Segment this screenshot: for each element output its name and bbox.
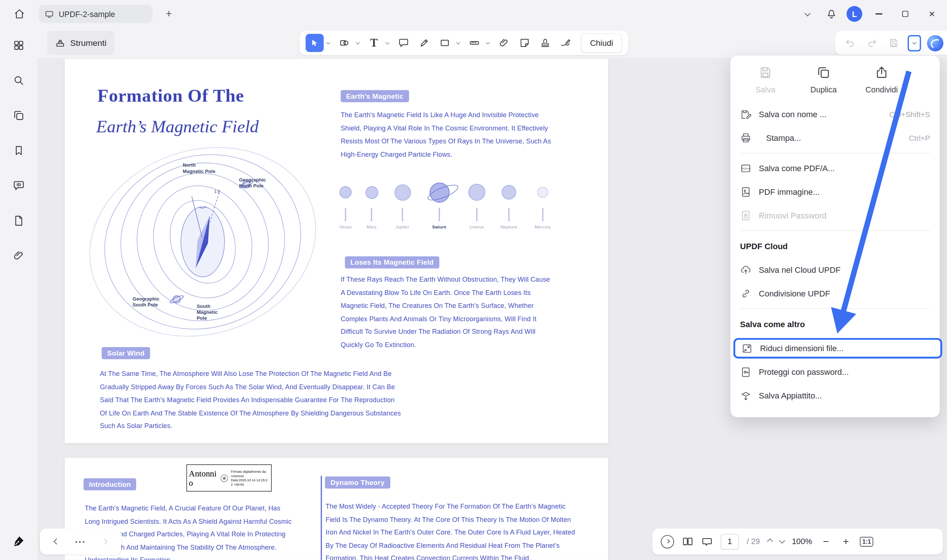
- expand-panel-button[interactable]: [661, 535, 674, 548]
- text-tool-chevron[interactable]: [384, 42, 391, 45]
- maximize-button[interactable]: [895, 5, 916, 23]
- sidebar-bookmark-button[interactable]: [9, 140, 29, 161]
- svg-text:PDF/A: PDF/A: [742, 167, 750, 171]
- file-icon: [12, 215, 25, 227]
- menu-item-salva-con-nome[interactable]: Salva con nome ... Ctrl+Shift+S: [730, 103, 939, 126]
- menu-item-riduci-dimensioni[interactable]: Riduci dimensioni file...: [734, 338, 942, 358]
- save-options-dropdown-trigger[interactable]: [908, 35, 921, 51]
- next-page-chevron[interactable]: [780, 539, 784, 543]
- signature-name: Antonnio: [189, 469, 218, 487]
- para-dynamo-theory: The Most Widely - Accepted Theory For Th…: [325, 500, 580, 560]
- minimize-button[interactable]: [868, 5, 889, 23]
- menu-item-salva-cloud[interactable]: Salva nel Cloud UPDF: [730, 258, 939, 282]
- strumenti-button[interactable]: Strumenti: [47, 31, 114, 55]
- sidebar-apps-button[interactable]: [9, 35, 29, 56]
- bookmark-icon: [12, 145, 25, 157]
- zoom-level-label[interactable]: 100%: [792, 537, 812, 546]
- redo-icon: [866, 37, 877, 48]
- pdf-image-icon: [740, 186, 752, 198]
- next-page-button[interactable]: [102, 539, 106, 543]
- close-button[interactable]: ×: [921, 5, 942, 23]
- status-bar: / 29 100% − + 1:1: [652, 529, 942, 554]
- home-icon: [13, 8, 26, 20]
- shape-tool-button[interactable]: [335, 34, 353, 52]
- menu-item-condivisione-updf[interactable]: Condivisione UPDF: [730, 282, 939, 305]
- stamp-tool-button[interactable]: [536, 34, 554, 52]
- select-tool-button[interactable]: [305, 34, 324, 52]
- left-sidebar: [0, 28, 37, 560]
- save-button[interactable]: [886, 35, 902, 51]
- printer-icon: [740, 132, 752, 144]
- page-number-input[interactable]: [720, 534, 739, 550]
- comment-tool-button[interactable]: [395, 34, 413, 52]
- rectangle-icon: [440, 37, 450, 48]
- toolbar: Strumenti T: [37, 28, 947, 58]
- planet-saturn: Saturn: [426, 181, 453, 229]
- menu-divider: [740, 153, 930, 154]
- menu-item-pdf-immagine[interactable]: PDF immagine...: [730, 180, 939, 204]
- collapse-panel-button[interactable]: [798, 5, 816, 23]
- pages-icon: [12, 109, 25, 122]
- share-icon: [875, 65, 889, 80]
- column-divider: [321, 476, 322, 560]
- rectangle-tool-button[interactable]: [436, 34, 454, 52]
- pdfa-icon: PDF/A: [740, 163, 752, 174]
- pen-nib-icon: [12, 534, 26, 548]
- sidebar-edit-pen-button[interactable]: [9, 531, 29, 551]
- notifications-button[interactable]: [822, 5, 841, 23]
- menu-item-salva-pdfa[interactable]: PDF/A Salva come PDF/A...: [730, 157, 939, 180]
- undo-icon: [845, 37, 856, 48]
- para-solar-wind: At The Same Time, The Atmosphere Will Al…: [100, 368, 401, 433]
- sticky-note-icon: [519, 37, 530, 48]
- zoom-in-button[interactable]: +: [840, 535, 852, 548]
- action-condividi[interactable]: Condividi: [854, 65, 909, 95]
- redo-button[interactable]: [864, 35, 880, 51]
- measure-tool-button[interactable]: [465, 34, 483, 52]
- signature-tool-button[interactable]: [557, 34, 575, 52]
- page-total-label: / 29: [747, 537, 760, 546]
- pdf-page-2[interactable]: Introduction Antonnio Firmato digitalmen…: [65, 458, 608, 560]
- attach-tool-button[interactable]: [495, 34, 513, 52]
- flatten-icon: [740, 390, 752, 402]
- reading-mode-button[interactable]: [701, 535, 713, 547]
- sidebar-comments-button[interactable]: [9, 175, 29, 196]
- home-button[interactable]: [8, 4, 31, 25]
- pdf-page-1[interactable]: Formation Of The Earth’s Magnetic Field: [65, 59, 608, 443]
- rectangle-tool-chevron[interactable]: [454, 42, 462, 45]
- zoom-out-button[interactable]: −: [820, 535, 832, 548]
- new-tab-button[interactable]: +: [161, 6, 177, 22]
- prev-page-button[interactable]: [54, 539, 59, 543]
- sticker-tool-button[interactable]: [516, 34, 534, 52]
- sidebar-search-button[interactable]: [9, 70, 29, 91]
- thumbnails-button[interactable]: [682, 535, 694, 547]
- document-tab[interactable]: UPDF-2-sample: [39, 5, 153, 23]
- shape-tool-chevron[interactable]: [354, 42, 361, 45]
- previous-page-chevron[interactable]: [768, 539, 772, 543]
- menu-item-proteggi-password[interactable]: Proteggi con password...: [730, 360, 939, 384]
- chiudi-button[interactable]: Chiudi: [581, 33, 622, 52]
- label-angle: 1.5: [214, 189, 220, 194]
- label-north-magnetic-pole: North Magnetic Pole: [183, 163, 215, 175]
- measure-tool-chevron[interactable]: [484, 42, 492, 45]
- remove-password-icon: [740, 210, 752, 222]
- digital-signature-field[interactable]: Antonnio Firmato digitalmente da: Antonn…: [187, 464, 272, 492]
- undo-button[interactable]: [842, 35, 858, 51]
- avatar[interactable]: L: [847, 6, 862, 22]
- duplicate-icon: [816, 65, 831, 80]
- sidebar-document-button[interactable]: [9, 210, 29, 231]
- actual-size-button[interactable]: 1:1: [860, 537, 873, 546]
- highlighter-tool-button[interactable]: [415, 34, 433, 52]
- menu-item-stampa[interactable]: Stampa... Ctrl+P: [730, 126, 939, 150]
- menu-item-salva-appiattito[interactable]: Salva Appiattito...: [730, 384, 939, 408]
- cursor-icon: [310, 38, 319, 48]
- text-tool-button[interactable]: T: [365, 34, 383, 52]
- ai-assistant-button[interactable]: [927, 35, 943, 51]
- action-duplica[interactable]: Duplica: [796, 65, 851, 95]
- tools-tray-icon: [55, 38, 65, 48]
- sidebar-pages-button[interactable]: [9, 105, 29, 126]
- select-tool-chevron[interactable]: [324, 42, 332, 45]
- sidebar-attachments-button[interactable]: [9, 245, 29, 266]
- action-salva: Salva: [737, 65, 793, 95]
- menu-header-salva-come-altro: Salva come altro: [730, 312, 939, 336]
- more-pages-button[interactable]: ···: [75, 536, 86, 547]
